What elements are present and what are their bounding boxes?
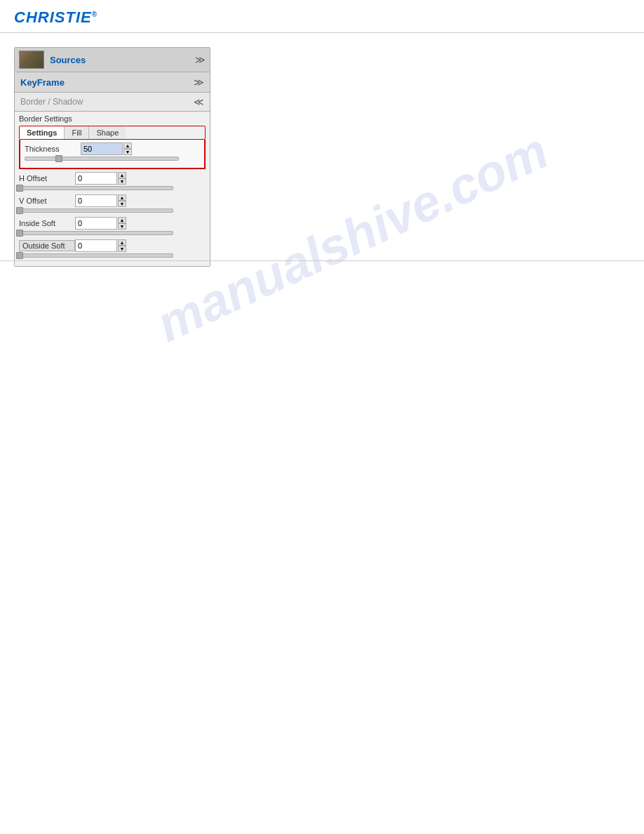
voffset-spinner-up[interactable]: ▲ (118, 194, 126, 201)
main-content: manualshive.com Sources ≫ KeyFrame ≫ Bor… (0, 33, 644, 281)
hoffset-slider-track[interactable] (19, 186, 173, 190)
logo-text: CHRISTIE (14, 8, 92, 26)
thickness-label: Thickness (25, 145, 81, 153)
insidesoft-spinner-up[interactable]: ▲ (118, 217, 126, 223)
insidesoft-slider-thumb[interactable] (16, 230, 23, 237)
thickness-slider-track[interactable] (25, 157, 179, 161)
settings-content-box: Thickness ▲ ▼ (19, 140, 206, 169)
hoffset-spinner: ▲ ▼ (118, 172, 126, 185)
insidesoft-slider-track[interactable] (19, 231, 173, 235)
thickness-row: Thickness ▲ ▼ (25, 143, 200, 155)
bordershadow-label: Border / Shadow (20, 97, 194, 107)
thickness-spinner-down[interactable]: ▼ (123, 149, 132, 155)
insidesoft-input[interactable] (75, 217, 117, 230)
insidesoft-slider-row (19, 231, 206, 235)
outsidesoft-slider-thumb[interactable] (16, 252, 23, 259)
logo-reg: ® (92, 11, 98, 18)
outsidesoft-row: Outside Soft ▲ ▼ (19, 239, 206, 252)
thickness-spinner: ▲ ▼ (123, 143, 132, 155)
insidesoft-spinner-down[interactable]: ▼ (118, 223, 126, 230)
thickness-slider-row (25, 157, 200, 161)
panel: Sources ≫ KeyFrame ≫ Border / Shadow ≪ B… (14, 47, 210, 267)
border-settings-area: Border Settings Settings Fill Shape Thic… (15, 112, 210, 266)
outsidesoft-spinner-up[interactable]: ▲ (118, 239, 126, 246)
sources-section[interactable]: Sources ≫ (15, 48, 210, 72)
outsidesoft-spinner-down[interactable]: ▼ (118, 246, 126, 252)
footer (0, 260, 644, 267)
insidesoft-spinner: ▲ ▼ (118, 217, 126, 230)
christie-logo: CHRISTIE® (14, 8, 630, 27)
insidesoft-row: Inside Soft ▲ ▼ (19, 217, 206, 230)
border-settings-title: Border Settings (19, 114, 206, 123)
outsidesoft-label: Outside Soft (19, 240, 75, 251)
voffset-row: V Offset ▲ ▼ (19, 194, 206, 207)
sources-expand-icon[interactable]: ≫ (195, 54, 206, 65)
sources-thumbnail (19, 51, 44, 69)
bordershadow-collapse-icon[interactable]: ≪ (194, 96, 204, 107)
tabs-row: Settings Fill Shape (19, 126, 206, 140)
voffset-spinner: ▲ ▼ (118, 194, 126, 207)
tab-fill[interactable]: Fill (65, 126, 89, 139)
outsidesoft-spinner: ▲ ▼ (118, 239, 126, 252)
voffset-slider-track[interactable] (19, 208, 173, 213)
voffset-label: V Offset (19, 197, 75, 205)
thickness-input-wrap: ▲ ▼ (81, 143, 200, 155)
tab-shape[interactable]: Shape (89, 126, 126, 139)
voffset-spinner-down[interactable]: ▼ (118, 201, 126, 207)
insidesoft-label: Inside Soft (19, 219, 75, 227)
voffset-slider-thumb[interactable] (16, 207, 23, 214)
header: CHRISTIE® (0, 0, 644, 33)
voffset-slider-row (19, 208, 206, 213)
hoffset-slider-thumb[interactable] (16, 185, 23, 192)
keyframe-section[interactable]: KeyFrame ≫ (15, 72, 210, 93)
hoffset-row: H Offset ▲ ▼ (19, 172, 206, 185)
tab-settings[interactable]: Settings (20, 126, 65, 139)
hoffset-slider-row (19, 186, 206, 190)
outsidesoft-slider-track[interactable] (19, 253, 173, 258)
bordershadow-section[interactable]: Border / Shadow ≪ (15, 93, 210, 112)
outsidesoft-slider-row (19, 253, 206, 258)
hoffset-spinner-up[interactable]: ▲ (118, 172, 126, 178)
hoffset-spinner-down[interactable]: ▼ (118, 178, 126, 185)
thickness-input[interactable] (81, 143, 123, 155)
keyframe-label: KeyFrame (20, 77, 194, 88)
hoffset-label: H Offset (19, 174, 75, 183)
outsidesoft-input[interactable] (75, 239, 117, 252)
thickness-slider-thumb[interactable] (55, 155, 62, 162)
keyframe-expand-icon[interactable]: ≫ (194, 77, 204, 88)
hoffset-input[interactable] (75, 172, 117, 185)
voffset-input[interactable] (75, 194, 117, 207)
sources-label: Sources (50, 55, 195, 65)
outsidesoft-button-label[interactable]: Outside Soft (19, 240, 75, 251)
thickness-spinner-up[interactable]: ▲ (123, 143, 132, 149)
